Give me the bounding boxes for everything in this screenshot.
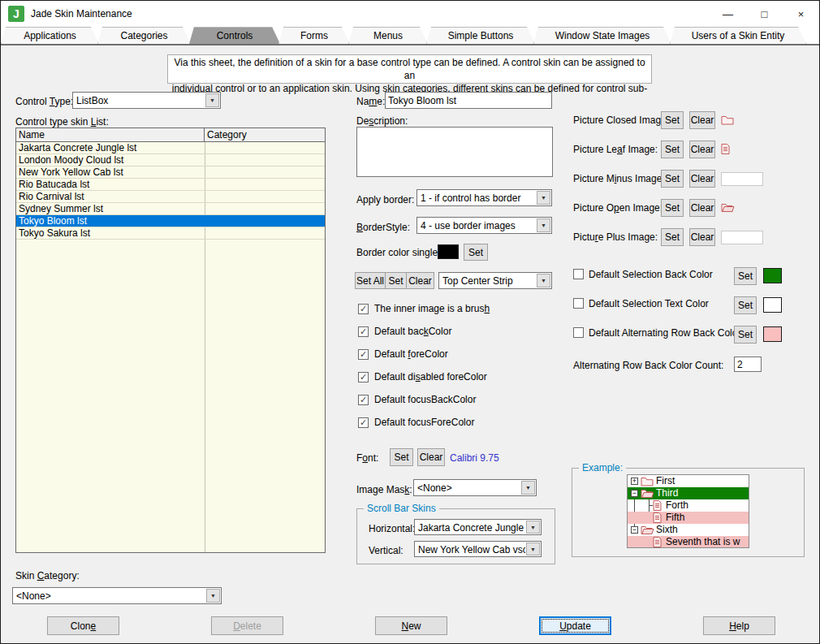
image-mask-combo[interactable]: <None> ▼ <box>413 479 537 496</box>
table-row[interactable]: Sydney Summer lst <box>16 203 325 215</box>
picture-set-button[interactable]: Set <box>661 199 684 217</box>
table-row[interactable]: New York Yellow Cab lst <box>16 166 325 179</box>
skin-list-header: Name Category <box>16 128 325 142</box>
set-all-button[interactable]: Set All <box>355 272 386 289</box>
tree-item[interactable]: −Sixth <box>628 524 749 536</box>
tab-simple-buttons[interactable]: Simple Buttons <box>426 27 535 44</box>
tab-forms[interactable]: Forms <box>278 27 350 44</box>
picture-row-label: Picture Leaf Image: <box>573 144 658 155</box>
checkbox[interactable]: ✓ <box>358 326 369 337</box>
delete-button[interactable]: Delete <box>211 616 283 635</box>
update-button[interactable]: Update <box>539 616 611 635</box>
apply-border-combo[interactable]: 1 - if control has border ▼ <box>416 189 552 206</box>
checkbox[interactable] <box>573 269 584 279</box>
tab-users-of-a-skin-entity[interactable]: Users of a Skin Entity <box>670 27 806 44</box>
horizontal-scrollbar-combo[interactable]: Jakarta Concrete Jungle hs ▼ <box>414 519 542 535</box>
picture-row-label: Picture Minus Image: <box>573 173 665 184</box>
picture-image-swatch <box>721 231 763 244</box>
checkbox-row[interactable]: ✓Default focusForeColor <box>358 417 561 440</box>
tree-item[interactable]: Fifth <box>628 512 749 524</box>
checkbox-row[interactable]: ✓Default disabled foreColor <box>358 372 561 395</box>
table-row[interactable]: London Moody Cloud lst <box>16 154 325 166</box>
example-tree: +First−ThirdForthFifth−SixthSeventh that… <box>627 474 749 548</box>
column-header-category[interactable]: Category <box>205 128 325 141</box>
color-swatch <box>763 326 782 342</box>
checkbox[interactable] <box>573 298 584 309</box>
title-bar: J Jade Skin Maintenance — □ × <box>1 1 819 27</box>
color-set-button[interactable]: Set <box>734 267 757 285</box>
skin-category-cell <box>205 191 325 202</box>
font-set-button[interactable]: Set <box>390 448 413 466</box>
border-color-set-button[interactable]: Set <box>464 244 488 261</box>
alt-row-count-input[interactable] <box>734 357 762 372</box>
picture-set-button[interactable]: Set <box>661 111 684 129</box>
font-clear-button[interactable]: Clear <box>417 448 445 466</box>
checkbox[interactable] <box>573 327 584 338</box>
tab-controls[interactable]: Controls <box>189 27 280 44</box>
maximize-button[interactable]: □ <box>746 1 783 27</box>
clear-button[interactable]: Clear <box>406 272 434 289</box>
vertical-scrollbar-combo[interactable]: New York Yellow Cab vsc ▼ <box>414 541 542 557</box>
chevron-down-icon: ▼ <box>205 93 219 107</box>
skin-category-combo[interactable]: <None> ▼ <box>12 587 222 604</box>
expand-plus-icon[interactable]: + <box>631 478 638 485</box>
control-type-combo[interactable]: ListBox ▼ <box>72 92 221 109</box>
tab-applications[interactable]: Applications <box>1 27 99 44</box>
picture-clear-button[interactable]: Clear <box>689 111 715 129</box>
picture-row-label: Picture Closed Image: <box>573 115 669 126</box>
skin-category-cell <box>205 166 325 178</box>
checkbox[interactable]: ✓ <box>358 417 369 428</box>
collapse-minus-icon[interactable]: − <box>631 490 638 497</box>
strip-combo[interactable]: Top Center Strip ▼ <box>438 272 552 289</box>
picture-clear-button[interactable]: Clear <box>689 228 715 246</box>
color-set-button[interactable]: Set <box>734 296 757 314</box>
picture-clear-button[interactable]: Clear <box>689 140 715 158</box>
table-row[interactable]: Rio Carnival lst <box>16 191 325 203</box>
color-set-button[interactable]: Set <box>734 326 757 344</box>
checkbox[interactable]: ✓ <box>358 304 369 314</box>
picture-set-button[interactable]: Set <box>661 228 684 246</box>
tree-item[interactable]: −Third <box>628 487 749 499</box>
picture-clear-button[interactable]: Clear <box>689 199 715 217</box>
collapse-minus-icon[interactable]: − <box>631 526 638 534</box>
clone-button[interactable]: Clone <box>47 616 119 635</box>
table-row[interactable]: Rio Batucada lst <box>16 179 325 191</box>
checkbox[interactable]: ✓ <box>358 395 369 405</box>
tree-item[interactable]: Forth <box>628 499 749 512</box>
table-row[interactable]: Tokyo Bloom lst <box>16 215 325 227</box>
description-input[interactable] <box>356 127 553 177</box>
border-style-value: 4 - use border images <box>421 220 536 231</box>
checkbox-row[interactable]: ✓Default backColor <box>358 326 561 349</box>
close-button[interactable]: × <box>783 1 819 27</box>
checkbox-row[interactable]: ✓The inner image is a brush <box>358 304 561 326</box>
help-button[interactable]: Help <box>703 616 775 635</box>
minimize-button[interactable]: — <box>710 1 746 27</box>
checkbox-row[interactable]: ✓Default focusBackColor <box>358 395 561 417</box>
chevron-down-icon: ▼ <box>526 521 540 534</box>
tab-categories[interactable]: Categories <box>97 27 191 44</box>
control-type-value: ListBox <box>76 95 205 106</box>
tab-menus[interactable]: Menus <box>348 27 428 44</box>
checkbox-row[interactable]: ✓Default foreColor <box>358 349 561 372</box>
table-row[interactable]: Tokyo Sakura lst <box>16 227 325 240</box>
app-icon: J <box>8 6 24 22</box>
name-input[interactable] <box>385 92 552 109</box>
checkbox[interactable]: ✓ <box>358 372 369 383</box>
table-row[interactable]: Jakarta Concrete Jungle lst <box>16 142 325 154</box>
column-header-name[interactable]: Name <box>16 128 205 141</box>
border-style-combo[interactable]: 4 - use border images ▼ <box>416 217 552 234</box>
chevron-down-icon: ▼ <box>537 218 550 232</box>
tree-item[interactable]: Seventh that is w <box>628 536 749 548</box>
chevron-down-icon: ▼ <box>206 589 220 603</box>
picture-clear-button[interactable]: Clear <box>689 170 715 188</box>
picture-row-label: Picture Open Image: <box>573 202 662 214</box>
window-title: Jade Skin Maintenance <box>31 8 132 19</box>
set-button[interactable]: Set <box>385 272 407 289</box>
checkbox[interactable]: ✓ <box>358 349 369 360</box>
new-button[interactable]: New <box>375 616 447 635</box>
picture-set-button[interactable]: Set <box>661 140 684 158</box>
tab-window-state-images[interactable]: Window State Images <box>533 27 671 44</box>
tree-item[interactable]: +First <box>628 475 749 487</box>
chevron-down-icon: ▼ <box>521 481 535 495</box>
picture-set-button[interactable]: Set <box>661 170 684 188</box>
